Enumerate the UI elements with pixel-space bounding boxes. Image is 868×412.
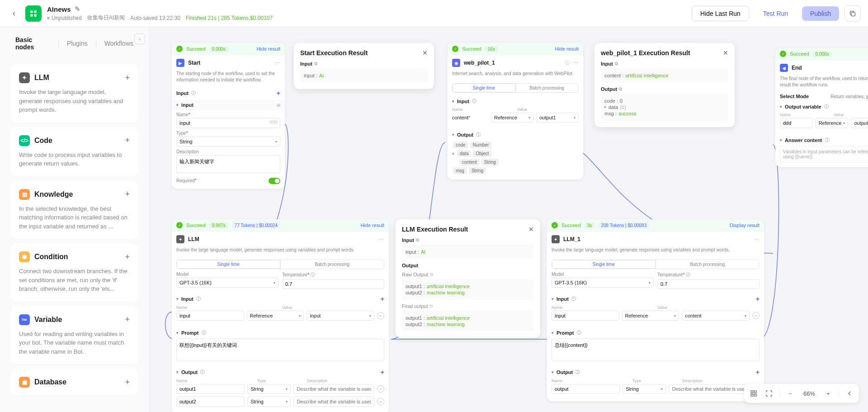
prompt-input[interactable]: [176, 339, 384, 361]
output-desc[interactable]: [293, 384, 374, 394]
card-knowledge[interactable]: ▤Knowledge+ In the selected knowledge, t…: [11, 181, 138, 239]
add-database-button[interactable]: +: [125, 378, 130, 387]
chevron-down-icon[interactable]: ▾: [176, 331, 179, 335]
workflow-canvas[interactable]: ✓ Succeed 0.000s Hide result ▶ Start ⋯ T…: [149, 27, 868, 412]
card-variable[interactable]: VarVariable+ Used for reading and writin…: [11, 306, 138, 365]
card-code[interactable]: </>Code+ Write code to process input var…: [11, 127, 138, 176]
type-select[interactable]: String▾: [176, 137, 280, 147]
description-input[interactable]: [176, 155, 280, 173]
copy-icon[interactable]: ⧉: [429, 303, 433, 309]
copy-icon[interactable]: ⧉: [430, 272, 433, 277]
temperature-input[interactable]: [657, 279, 760, 289]
card-database[interactable]: ▦Database+: [11, 369, 138, 396]
remove-icon[interactable]: −: [377, 385, 384, 393]
node-menu-button[interactable]: ⋯: [275, 60, 280, 66]
info-icon[interactable]: ⓘ: [824, 104, 829, 110]
node-menu-button[interactable]: ⋯: [379, 237, 384, 242]
tab-single[interactable]: Single time: [453, 84, 516, 92]
copy-icon[interactable]: ⧉: [416, 237, 419, 243]
info-icon[interactable]: ⓘ: [472, 98, 476, 104]
required-toggle[interactable]: [269, 178, 280, 184]
value-select[interactable]: output▾: [851, 118, 868, 128]
var-name-input[interactable]: [780, 118, 813, 128]
output-desc[interactable]: [669, 384, 750, 394]
info-icon[interactable]: ⓘ: [565, 60, 570, 66]
node-menu-button[interactable]: ⋯: [573, 60, 579, 66]
back-button[interactable]: ‹: [7, 7, 21, 20]
temperature-input[interactable]: [282, 279, 384, 289]
output-desc[interactable]: [293, 397, 374, 407]
output-name[interactable]: [552, 384, 620, 394]
name-input[interactable]: [176, 118, 280, 128]
display-result-link[interactable]: Display result: [730, 223, 760, 228]
input-name[interactable]: [552, 311, 619, 321]
add-code-button[interactable]: +: [125, 136, 130, 145]
model-select[interactable]: GPT-3.5 (16K)▾: [552, 278, 654, 288]
remove-icon[interactable]: ⊖: [277, 103, 280, 108]
zoom-in-button[interactable]: +: [821, 387, 835, 400]
info-icon[interactable]: ⓘ: [191, 90, 196, 96]
close-icon[interactable]: ✕: [723, 49, 728, 57]
tab-basic-nodes[interactable]: Basic nodes: [11, 33, 55, 53]
add-knowledge-button[interactable]: +: [125, 189, 130, 199]
close-icon[interactable]: ✕: [528, 226, 534, 233]
add-output-button[interactable]: +: [381, 369, 384, 376]
info-icon[interactable]: ⓘ: [571, 296, 576, 302]
add-input-button[interactable]: +: [756, 295, 760, 303]
ref-select[interactable]: Reference▾: [247, 311, 304, 321]
output-name[interactable]: [176, 397, 245, 407]
add-output-button[interactable]: +: [756, 369, 760, 376]
locate-button[interactable]: [843, 387, 856, 400]
node-start[interactable]: ✓ Succeed 0.000s Hide result ▶ Start ⋯ T…: [172, 43, 285, 189]
add-llm-button[interactable]: +: [125, 73, 130, 83]
hide-result-link[interactable]: Hide result: [555, 46, 579, 52]
chevron-right-icon[interactable]: ▸: [604, 104, 607, 110]
ref-select[interactable]: Reference▾: [491, 113, 533, 123]
info-icon[interactable]: ⓘ: [202, 330, 206, 336]
value-select[interactable]: output1▾: [536, 113, 579, 123]
value-select[interactable]: content▾: [682, 311, 750, 321]
chevron-down-icon[interactable]: ▾: [780, 138, 782, 142]
chevron-down-icon[interactable]: ▾: [452, 133, 454, 137]
tab-batch[interactable]: Batch processing: [516, 84, 579, 92]
input-name[interactable]: [176, 311, 244, 321]
info-icon[interactable]: ⓘ: [577, 330, 581, 336]
chevron-down-icon[interactable]: ▾: [176, 103, 179, 107]
info-icon[interactable]: ⓘ: [196, 296, 201, 302]
ref-select[interactable]: Reference▾: [816, 118, 849, 128]
layout-button[interactable]: [747, 387, 760, 400]
test-run-button[interactable]: Test Run: [755, 6, 797, 21]
model-select[interactable]: GPT-3.5 (16K)▾: [176, 278, 278, 288]
type-select[interactable]: String▾: [247, 397, 291, 407]
node-llm[interactable]: ✓ Succeed 0.987s 77 Tokens | $0.00024 Hi…: [172, 219, 389, 412]
add-input-button[interactable]: +: [381, 295, 384, 303]
add-condition-button[interactable]: +: [125, 252, 130, 262]
remove-icon[interactable]: −: [377, 312, 384, 319]
tab-batch[interactable]: Batch processing: [656, 260, 760, 269]
close-icon[interactable]: ✕: [422, 49, 428, 57]
node-end[interactable]: ✓ Succeed 0.000s ◀ End ⋯ The final node …: [775, 48, 868, 167]
value-select[interactable]: input▾: [307, 311, 374, 321]
info-icon[interactable]: ⓘ: [686, 272, 690, 277]
card-llm[interactable]: ✦LLM+ Invoke the large language model, g…: [11, 64, 138, 123]
chevron-down-icon[interactable]: ▾: [552, 331, 554, 335]
hide-result-link[interactable]: Hide result: [360, 223, 384, 228]
remove-icon[interactable]: −: [377, 398, 384, 405]
tab-plugins[interactable]: Plugins: [62, 37, 92, 50]
tab-single[interactable]: Single time: [177, 260, 281, 269]
info-icon[interactable]: ⓘ: [200, 369, 205, 375]
hide-last-run-button[interactable]: Hide Last Run: [692, 6, 749, 21]
info-icon[interactable]: ⓘ: [311, 272, 315, 277]
copy-icon[interactable]: ⧉: [314, 61, 317, 66]
chevron-down-icon[interactable]: ▾: [780, 104, 782, 109]
tab-single[interactable]: Single time: [552, 260, 656, 269]
node-llm1[interactable]: ✓ Succeed 3s 208 Tokens | $0.00083 Displ…: [547, 219, 764, 401]
output-name[interactable]: [176, 384, 245, 394]
node-webpilot[interactable]: ✓ Succeed 16s Hide result ◉ web_pilot_1 …: [448, 43, 583, 180]
fit-button[interactable]: [762, 387, 776, 400]
publish-button[interactable]: Publish: [802, 6, 839, 21]
hide-result-link[interactable]: Hide result: [256, 46, 280, 52]
chevron-down-icon[interactable]: ▾: [452, 99, 454, 104]
add-variable-button[interactable]: +: [125, 315, 130, 324]
info-icon[interactable]: ⓘ: [576, 369, 580, 375]
